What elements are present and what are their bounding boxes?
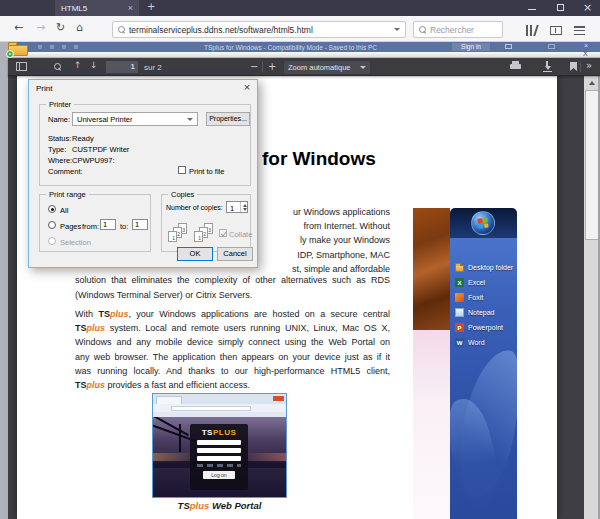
inner-close-icon[interactable]: X bbox=[583, 50, 588, 57]
print-icon[interactable] bbox=[510, 63, 521, 71]
back-icon[interactable]: ← bbox=[14, 21, 23, 34]
from-input[interactable]: 1 bbox=[100, 219, 116, 230]
start-menu-bar: Desktop folder X Excel Foxit bbox=[450, 208, 517, 519]
to-input[interactable]: 1 bbox=[132, 219, 148, 230]
window-minimize-icon[interactable] bbox=[528, 9, 536, 10]
toolbar-divider bbox=[262, 62, 263, 72]
selection-radio[interactable] bbox=[48, 237, 56, 245]
text-line: any web browser. The application then ap… bbox=[75, 350, 390, 364]
text-line: With TSplus, your Windows applications a… bbox=[75, 307, 390, 321]
copies-stepper[interactable]: 1 bbox=[226, 201, 248, 213]
text-line: (Windows Terminal Server) or Citrix Serv… bbox=[75, 288, 390, 302]
stepper-arrows-icon[interactable] bbox=[240, 202, 247, 212]
minimize-ribbon-icon[interactable] bbox=[548, 44, 555, 49]
chevron-down-icon bbox=[360, 66, 366, 69]
printer-name-value: Universal Printer bbox=[77, 115, 132, 124]
login-field bbox=[197, 440, 241, 445]
page-number-input[interactable]: 1 bbox=[106, 61, 138, 73]
type-label: Type: bbox=[48, 145, 66, 154]
sign-in-button[interactable]: Sign in bbox=[452, 43, 490, 51]
more-tools-icon[interactable]: » bbox=[586, 60, 592, 71]
login-field bbox=[197, 448, 241, 453]
reload-icon[interactable]: ↻ bbox=[56, 21, 65, 34]
library-icon[interactable] bbox=[526, 25, 537, 36]
search-placeholder[interactable]: Rechercher bbox=[430, 25, 474, 35]
ribbon-options-icon[interactable] bbox=[505, 44, 512, 49]
dialog-close-icon[interactable]: × bbox=[239, 82, 255, 94]
window-maximize-icon[interactable] bbox=[557, 4, 564, 11]
search-bar[interactable]: Rechercher bbox=[413, 21, 503, 38]
foxit-icon bbox=[455, 293, 464, 302]
text-line: ly make your Windows bbox=[292, 233, 390, 247]
background-toolbar-icon bbox=[38, 45, 42, 49]
paragraph-1-fragments: ur Windows applications from Internet. W… bbox=[292, 205, 390, 276]
menu-item-excel: X Excel bbox=[455, 275, 515, 290]
print-dialog: Print × Printer Name: Universal Printer … bbox=[28, 79, 258, 268]
dialog-title: Print bbox=[36, 84, 52, 93]
text-line: ur Windows applications bbox=[292, 205, 390, 219]
bookmark-icon[interactable] bbox=[570, 62, 577, 71]
number-of-copies-label: Number of copies: bbox=[166, 204, 223, 211]
collate-checkbox[interactable] bbox=[219, 229, 227, 237]
copies-value: 1 bbox=[230, 204, 234, 213]
tab-title: HTML5 bbox=[61, 4, 124, 13]
properties-button[interactable]: Properties... bbox=[206, 112, 250, 126]
forward-icon[interactable]: → bbox=[36, 21, 45, 34]
search-icon bbox=[118, 26, 125, 33]
paragraph-2: With TSplus, your Windows applications a… bbox=[75, 307, 390, 392]
selection-label: Selection bbox=[60, 238, 91, 247]
log-on-button: Log on bbox=[203, 471, 235, 479]
background-window-left-edge bbox=[0, 42, 8, 519]
copies-group: Copies Number of copies: 1 3 2 1 3 2 1 C… bbox=[161, 194, 251, 252]
name-label: Name: bbox=[48, 115, 70, 124]
zoom-out-icon[interactable]: − bbox=[250, 61, 258, 72]
group-legend: Print range bbox=[46, 190, 89, 199]
search-icon bbox=[419, 26, 426, 33]
scrollbar-thumb[interactable] bbox=[585, 90, 599, 240]
background-toolbar-icon bbox=[50, 45, 54, 49]
url-dropdown-icon[interactable] bbox=[394, 28, 400, 31]
printer-name-select[interactable]: Universal Printer bbox=[72, 112, 198, 126]
notepad-icon bbox=[455, 308, 464, 317]
tab-close-icon[interactable]: × bbox=[128, 4, 133, 13]
login-field bbox=[197, 456, 241, 461]
text-line: IDP, Smartphone, MAC bbox=[292, 248, 390, 262]
text-line: solution that eliminates the complexity … bbox=[75, 273, 390, 287]
menu-icon[interactable] bbox=[574, 26, 585, 35]
background-window-title: TSplus for Windows - Compatibility Mode … bbox=[204, 44, 377, 51]
pages-radio[interactable] bbox=[48, 221, 56, 229]
next-page-icon[interactable]: ↓ bbox=[90, 60, 98, 70]
from-label: from: bbox=[82, 222, 99, 231]
pages-label: Pages bbox=[60, 222, 81, 231]
previous-page-icon[interactable]: ↑ bbox=[74, 60, 82, 70]
browser-tab[interactable]: HTML5 × bbox=[55, 0, 139, 16]
menu-item-foxit: Foxit bbox=[455, 290, 515, 305]
url-text[interactable]: terminalserviceplus.ddns.net/software/ht… bbox=[129, 25, 313, 35]
folder-icon bbox=[455, 265, 464, 272]
home-icon[interactable]: ⌂ bbox=[76, 21, 83, 34]
ok-button[interactable]: OK bbox=[177, 247, 213, 261]
sidebar-toggle-icon[interactable] bbox=[16, 62, 27, 71]
screen: HTML5 × + × ← → ↻ ⌂ terminalserviceplus.… bbox=[0, 0, 600, 519]
bridge-tower bbox=[179, 424, 181, 452]
all-radio[interactable] bbox=[48, 205, 56, 213]
zoom-in-icon[interactable]: + bbox=[268, 61, 276, 72]
new-tab-button[interactable]: + bbox=[147, 1, 155, 12]
sidebar-toggle-icon[interactable] bbox=[550, 26, 562, 35]
login-options bbox=[197, 464, 241, 467]
background-close-icon[interactable]: × bbox=[584, 42, 588, 49]
comment-label: Comment: bbox=[48, 167, 83, 176]
download-icon-bar bbox=[543, 71, 552, 72]
window-close-icon[interactable]: × bbox=[583, 1, 592, 14]
canyon-rock-background bbox=[413, 208, 450, 330]
collate-pages-icon: 3 2 1 bbox=[168, 223, 188, 245]
zoom-select[interactable]: Zoom automatique bbox=[284, 61, 370, 74]
print-to-file-checkbox[interactable] bbox=[178, 166, 186, 174]
browser-titlebar: HTML5 × + × bbox=[0, 0, 600, 16]
excel-icon: X bbox=[455, 278, 464, 287]
menu-item-powerpoint: P Powerpoint bbox=[455, 320, 515, 335]
url-bar[interactable]: terminalserviceplus.ddns.net/software/ht… bbox=[112, 21, 406, 38]
mini-url-bar bbox=[171, 406, 251, 411]
windows-flag-icon bbox=[477, 217, 489, 229]
cancel-button[interactable]: Cancel bbox=[217, 247, 253, 261]
